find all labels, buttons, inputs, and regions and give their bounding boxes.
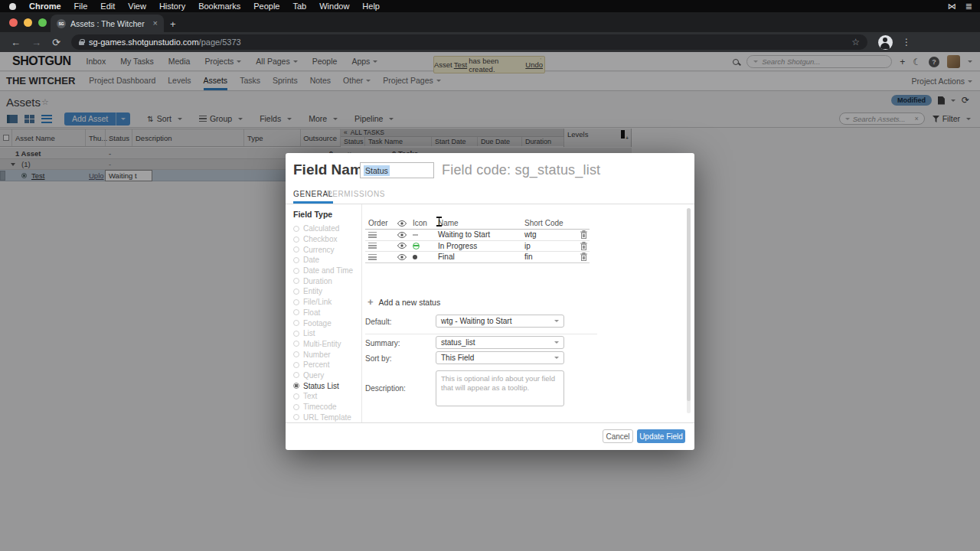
reload-button[interactable]: ⟳ xyxy=(52,37,60,48)
address-bar[interactable]: sg-games.shotgunstudio.com/page/5373 ☆ xyxy=(71,34,867,50)
status-name[interactable]: In Progress xyxy=(438,241,477,252)
field-type-percent: Percent xyxy=(293,360,361,370)
status-code[interactable]: ip xyxy=(524,241,531,252)
status-in-progress-icon[interactable] xyxy=(413,243,420,249)
radio-icon xyxy=(293,393,299,399)
menu-edit[interactable]: Edit xyxy=(100,2,115,11)
drag-handle-icon[interactable] xyxy=(368,243,377,249)
modal-scrollbar[interactable] xyxy=(687,208,691,413)
macos-menubar: Chrome File Edit View History Bookmarks … xyxy=(0,0,980,12)
browser-tabbar: SG Assets : The Witcher × + xyxy=(0,12,980,32)
trash-icon[interactable] xyxy=(580,253,587,261)
field-type-timecode: Timecode xyxy=(293,402,361,412)
tab-close-icon[interactable]: × xyxy=(153,19,158,28)
field-code-label: Field code: sg_status_list xyxy=(442,162,600,178)
status-code[interactable]: fin xyxy=(524,252,533,262)
visibility-eye-icon[interactable] xyxy=(397,232,407,238)
field-name-input[interactable]: Status xyxy=(360,162,434,178)
menubar-status-icon[interactable]: ⋈ xyxy=(948,2,956,11)
chevron-down-icon xyxy=(554,341,559,344)
sort-by-select[interactable]: This Field xyxy=(436,351,564,364)
status-row-fin[interactable]: Final fin xyxy=(365,252,590,263)
status-code[interactable]: wtg xyxy=(524,230,537,240)
trash-icon[interactable] xyxy=(580,230,587,239)
menu-bookmarks[interactable]: Bookmarks xyxy=(198,2,240,11)
radio-icon xyxy=(293,289,299,295)
chevron-down-icon xyxy=(554,357,559,359)
cancel-button[interactable]: Cancel xyxy=(603,429,633,443)
apple-icon[interactable] xyxy=(9,3,16,10)
col-icon: Icon xyxy=(413,217,427,229)
forward-button[interactable]: → xyxy=(31,37,41,48)
browser-tab[interactable]: SG Assets : The Witcher × xyxy=(51,15,164,32)
field-type-duration: Duration xyxy=(293,276,361,286)
field-type-date: Date xyxy=(293,255,361,266)
tab-permissions[interactable]: PERMISSIONS xyxy=(327,190,385,198)
radio-icon xyxy=(293,226,299,232)
field-type-float: Float xyxy=(293,308,361,318)
col-order: Order xyxy=(368,217,388,229)
plus-icon: + xyxy=(368,297,374,307)
drag-handle-icon[interactable] xyxy=(368,254,377,260)
menu-people[interactable]: People xyxy=(253,2,279,11)
new-tab-button[interactable]: + xyxy=(170,19,176,29)
field-type-footage: Footage xyxy=(293,318,361,328)
eye-icon xyxy=(397,220,407,227)
minimize-window-button[interactable] xyxy=(24,18,32,27)
description-textarea[interactable]: This is optional info about your field t… xyxy=(436,370,564,406)
divider xyxy=(286,422,694,423)
field-type-currency: Currency xyxy=(293,244,361,255)
visibility-eye-icon[interactable] xyxy=(397,254,407,260)
radio-selected-icon xyxy=(293,383,299,389)
radio-icon xyxy=(293,257,299,263)
field-type-calculated: Calculated xyxy=(293,223,361,234)
status-dash-icon[interactable] xyxy=(413,234,418,236)
status-name[interactable]: Waiting to Start xyxy=(438,230,490,240)
status-table-header: Order Icon Name Short Code xyxy=(365,217,590,230)
status-final-icon[interactable] xyxy=(413,255,417,259)
status-row-wtg[interactable]: Waiting to Start wtg xyxy=(365,230,590,241)
menu-history[interactable]: History xyxy=(159,2,185,11)
drag-handle-icon[interactable] xyxy=(368,232,377,238)
radio-icon xyxy=(293,414,299,420)
radio-icon xyxy=(293,246,299,253)
status-list-table: Order Icon Name Short Code Waiting to St… xyxy=(365,217,590,263)
summary-select[interactable]: status_list xyxy=(436,336,564,349)
browser-menu-icon[interactable]: ⋮ xyxy=(902,37,911,47)
radio-icon xyxy=(293,331,299,337)
divider xyxy=(365,334,597,334)
radio-icon xyxy=(293,278,299,284)
update-field-button[interactable]: Update Field xyxy=(637,429,685,443)
visibility-eye-icon[interactable] xyxy=(397,243,407,249)
field-type-list: List xyxy=(293,328,361,339)
trash-icon[interactable] xyxy=(580,242,587,250)
menu-window[interactable]: Window xyxy=(319,2,349,11)
menubar-list-icon[interactable]: ≣ xyxy=(965,2,972,11)
add-new-status-button[interactable]: + Add a new status xyxy=(368,297,440,307)
default-select[interactable]: wtg - Waiting to Start xyxy=(436,315,564,328)
radio-icon xyxy=(293,268,299,274)
field-type-checkbox: Checkbox xyxy=(293,234,361,245)
bookmark-star-icon[interactable]: ☆ xyxy=(851,37,860,47)
menu-view[interactable]: View xyxy=(128,2,146,11)
field-type-date-and-time: Date and Time xyxy=(293,266,361,276)
menu-help[interactable]: Help xyxy=(362,2,380,11)
scroll-thumb[interactable] xyxy=(687,208,691,401)
lock-icon[interactable] xyxy=(79,41,84,45)
radio-icon xyxy=(293,404,299,410)
description-label: Description: xyxy=(365,384,406,393)
menu-chrome[interactable]: Chrome xyxy=(29,2,61,11)
close-window-button[interactable] xyxy=(9,18,18,27)
back-button[interactable]: ← xyxy=(11,37,21,48)
zoom-window-button[interactable] xyxy=(38,18,47,27)
status-name[interactable]: Final xyxy=(438,252,455,262)
radio-icon xyxy=(293,351,299,357)
browser-profile-avatar[interactable] xyxy=(878,35,893,50)
field-type-status-list[interactable]: Status List xyxy=(293,380,361,391)
radio-icon xyxy=(293,309,299,315)
status-row-ip[interactable]: In Progress ip xyxy=(365,241,590,253)
shotgun-favicon: SG xyxy=(57,19,66,28)
page-url: sg-games.shotgunstudio.com/page/5373 xyxy=(89,37,241,47)
menu-tab[interactable]: Tab xyxy=(292,2,306,11)
menu-file[interactable]: File xyxy=(74,2,88,11)
